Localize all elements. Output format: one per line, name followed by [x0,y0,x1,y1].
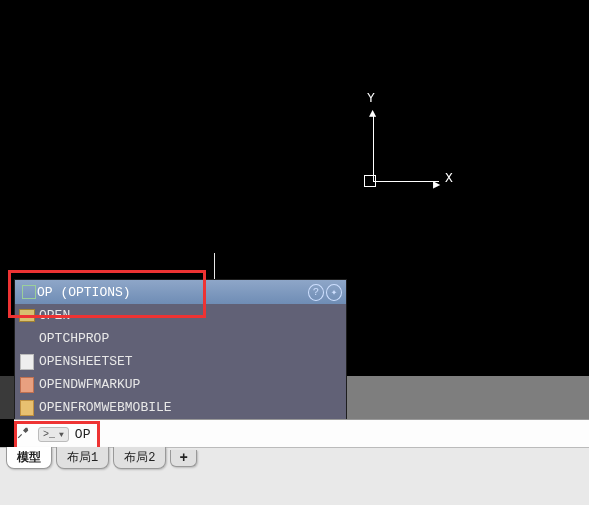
ucs-x-arrow: ▶ [433,177,440,192]
ucs-origin-icon [364,175,376,187]
autocomplete-label: OPENDWFMARKUP [39,377,140,392]
tab-label: 模型 [17,451,41,465]
sheet-set-icon [19,354,35,370]
ucs-x-axis [373,181,439,182]
autocomplete-item-opendwfmarkup[interactable]: OPENDWFMARKUP [15,373,346,396]
autocomplete-item-opensheetset[interactable]: OPENSHEETSET [15,350,346,373]
tab-label: 布局1 [67,451,98,465]
plus-icon: + [179,450,187,466]
ucs-y-arrow: ▲ [369,107,376,121]
autocomplete-label: OPENFROMWEBMOBILE [39,400,172,415]
autocomplete-item-openfromwebmobile[interactable]: OPENFROMWEBMOBILE [15,396,346,419]
tab-layout1[interactable]: 布局1 [56,447,109,469]
command-input[interactable] [73,426,589,443]
tab-add-layout[interactable]: + [170,450,196,467]
ucs-x-label: X [445,171,453,186]
help-icon[interactable]: ? [308,284,324,300]
tab-layout2[interactable]: 布局2 [113,447,166,469]
autocomplete-label: OPTCHPROP [39,331,109,346]
ucs-y-label: Y [367,91,375,106]
tab-label: 布局2 [124,451,155,465]
autocomplete-label: OPENSHEETSET [39,354,133,369]
globe-icon[interactable]: ✦ [326,284,342,300]
command-line[interactable]: >_ ▼ [14,419,589,448]
highlight-box-1 [8,270,206,318]
autocomplete-item-optchprop[interactable]: OPTCHPROP [15,327,346,350]
tab-model[interactable]: 模型 [6,447,52,469]
ucs-indicator: ▲ ▶ X Y [373,113,453,193]
web-mobile-icon [19,400,35,416]
ucs-y-axis [373,113,374,181]
blank-icon [19,331,35,347]
layout-tab-bar: 模型 布局1 布局2 + [0,447,201,469]
dwf-markup-icon [19,377,35,393]
palette-left-bar: ⠿ ✕ [0,376,14,419]
